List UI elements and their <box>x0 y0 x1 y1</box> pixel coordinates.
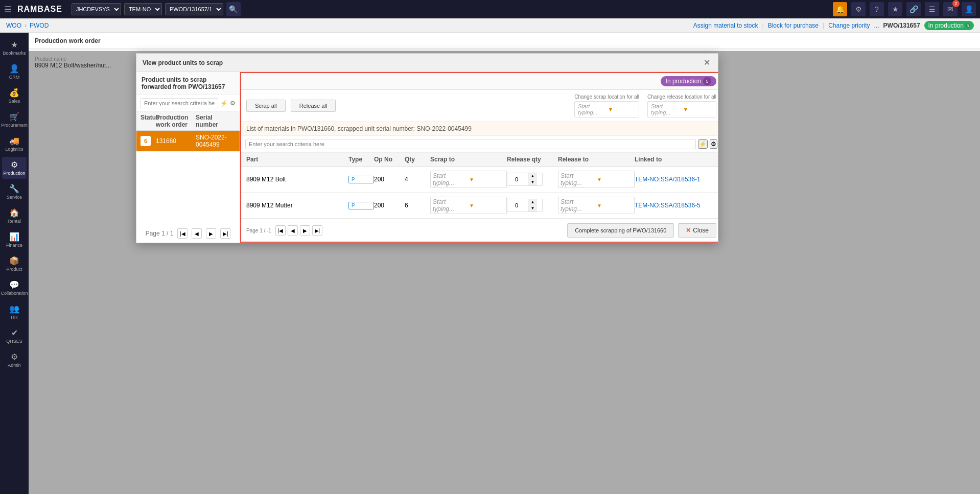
materials-filter-icon[interactable]: ⚡ <box>698 139 708 149</box>
release-to-arrow: ▼ <box>597 177 632 182</box>
materials-settings-icon[interactable]: ⚙ <box>710 139 717 149</box>
user-icon[interactable]: 👤 <box>962 2 976 16</box>
release-qty-control[interactable]: 0 ▲ ▼ <box>507 199 543 212</box>
complete-scrapping-button[interactable]: Complete scrapping of PWO/131660 <box>567 223 674 238</box>
right-status-count: 5 <box>703 77 711 85</box>
modal-body: Product units to scrap forwarded from PW… <box>136 72 718 243</box>
list-item[interactable]: 6 131660 SNO-2022-0045499 <box>136 131 240 152</box>
prev-page-btn[interactable]: ◀ <box>192 228 202 239</box>
footer-buttons: Complete scrapping of PWO/131660 ✕ Close <box>567 223 716 238</box>
qty-down[interactable]: ▼ <box>528 179 537 185</box>
document-selector[interactable]: PWOD/131657/1 <box>165 3 223 15</box>
table-row: 8909 M12 Bolt P 200 4 Start typing... ▼ … <box>241 167 718 193</box>
pwo-number: 131660 <box>156 137 196 145</box>
sidebar-item-sales[interactable]: 💰 Sales <box>2 85 27 107</box>
sidebar-item-rental[interactable]: 🏠 Rental <box>2 205 27 227</box>
alert-icon[interactable]: 🔔 <box>833 2 847 16</box>
release-to-select[interactable]: Start typing... ▼ <box>558 197 635 214</box>
release-location-select[interactable]: Start typing... ▼ <box>647 101 716 117</box>
sidebar-item-admin[interactable]: ⚙ Admin <box>2 349 27 371</box>
close-button[interactable]: ✕ Close <box>678 223 716 238</box>
sidebar-item-collaboration[interactable]: 💬 Collaboration <box>2 277 27 299</box>
sidebar-item-crm[interactable]: 👤 CRM <box>2 61 27 83</box>
materials-table: Part Type Op No Qty Scrap to Release qty… <box>241 153 718 219</box>
service-icon: 🔧 <box>9 184 19 194</box>
release-qty-input[interactable]: 0 <box>507 201 528 209</box>
linked-to[interactable]: TEM-NO:SSA/318536-5 <box>635 202 716 209</box>
modal-title: View product units to scrap <box>143 59 223 66</box>
first-page-btn[interactable]: |◀ <box>177 228 188 239</box>
release-all-button[interactable]: Release all <box>291 100 336 112</box>
breadcrumb-woo[interactable]: WOO <box>6 22 21 29</box>
sidebar-item-production[interactable]: ⚙ Production <box>2 157 27 179</box>
favorites-icon[interactable]: ★ <box>888 2 902 16</box>
scrap-to-placeholder: Start typing... <box>433 198 468 213</box>
modal-close-button[interactable]: ✕ <box>702 58 712 68</box>
linked-to[interactable]: TEM-NO:SSA/318536-1 <box>635 176 716 183</box>
materials-search-input[interactable] <box>245 139 696 149</box>
settings-icon[interactable]: ⚙ <box>230 100 236 107</box>
release-qty-control[interactable]: 0 ▲ ▼ <box>507 173 543 186</box>
release-location-arrow: ▼ <box>683 106 713 112</box>
search-icon[interactable]: 🔍 <box>226 2 241 16</box>
scrap-to-arrow: ▼ <box>469 177 504 182</box>
materials-table-header: Part Type Op No Qty Scrap to Release qty… <box>241 153 718 167</box>
sidebar-item-finance[interactable]: 📊 Finance <box>2 229 27 251</box>
change-priority-link[interactable]: Change priority <box>828 22 870 29</box>
assign-material-link[interactable]: Assign material to stock <box>693 22 758 29</box>
release-qty-input[interactable]: 0 <box>507 175 528 183</box>
crm-icon: 👤 <box>9 64 19 74</box>
right-next-page[interactable]: ▶ <box>300 225 310 236</box>
left-panel-footer: Page 1 / 1 |◀ ◀ ▶ ▶| <box>136 224 240 243</box>
scrap-to-select[interactable]: Start typing... ▼ <box>430 171 507 188</box>
breadcrumb-pwod[interactable]: PWOD <box>30 22 49 29</box>
messages-icon[interactable]: ✉ 2 <box>943 2 958 16</box>
right-first-page[interactable]: |◀ <box>275 225 286 236</box>
grid-icon[interactable]: ☰ <box>925 2 939 16</box>
scrap-to-select[interactable]: Start typing... ▼ <box>430 197 507 214</box>
table-row: 8909 M12 Mutter P 200 6 Start typing... … <box>241 193 718 219</box>
scrap-to-arrow: ▼ <box>469 203 504 208</box>
scrap-location-group: Change scrap location for all Start typi… <box>574 94 639 117</box>
link-icon[interactable]: 🔗 <box>906 2 921 16</box>
release-location-label: Change release location for all <box>647 94 716 100</box>
last-page-btn[interactable]: ▶| <box>220 228 230 239</box>
block-purchase-link[interactable]: Block for purchase <box>768 22 819 29</box>
left-search-bar: ⚡ ⚙ <box>136 95 240 112</box>
system-selector[interactable]: JHCDEVSYS <box>72 3 121 15</box>
sidebar-item-qhses[interactable]: ✔ QHSES <box>2 325 27 347</box>
sidebar-item-logistics[interactable]: 🚚 Logistics <box>2 133 27 155</box>
release-to-select[interactable]: Start typing... ▼ <box>558 171 635 188</box>
right-last-page[interactable]: ▶| <box>312 225 322 236</box>
filter-icon[interactable]: ⚡ <box>220 100 228 107</box>
sidebar-item-procurement[interactable]: 🛒 Procurement <box>2 109 27 131</box>
top-nav-right: 🔔 ⚙ ? ★ 🔗 ☰ ✉ 2 👤 <box>833 2 976 16</box>
right-panel-header: In production 5 <box>241 73 718 90</box>
sidebar-item-product[interactable]: 📦 Product <box>2 253 27 275</box>
sidebar-item-service[interactable]: 🔧 Service <box>2 181 27 203</box>
settings-icon[interactable]: ⚙ <box>851 2 866 16</box>
qty-arrows: ▲ ▼ <box>528 199 537 211</box>
qty-up[interactable]: ▲ <box>528 199 537 205</box>
next-page-btn[interactable]: ▶ <box>206 228 216 239</box>
qty-up[interactable]: ▲ <box>528 173 537 179</box>
sidebar: ★ Bookmarks 👤 CRM 💰 Sales 🛒 Procurement … <box>0 33 29 494</box>
scrap-location-select[interactable]: Start typing... ▼ <box>574 101 639 117</box>
sidebar-item-hr[interactable]: 👥 HR <box>2 301 27 323</box>
op-no: 200 <box>374 202 405 209</box>
op-no: 200 <box>374 176 405 183</box>
status-count: 5 <box>966 23 970 28</box>
qty-down[interactable]: ▼ <box>528 205 537 211</box>
scrap-all-button[interactable]: Scrap all <box>246 100 286 112</box>
sidebar-item-bookmarks[interactable]: ★ Bookmarks <box>2 37 27 59</box>
hamburger-menu[interactable]: ☰ <box>4 5 11 14</box>
serial-number: SNO-2022-0045499 <box>196 134 236 148</box>
status-number: 6 <box>141 136 151 146</box>
admin-icon: ⚙ <box>11 352 18 362</box>
right-prev-page[interactable]: ◀ <box>288 225 298 236</box>
help-icon[interactable]: ? <box>870 2 884 16</box>
company-selector[interactable]: TEM-NO <box>124 3 162 15</box>
bookmarks-icon: ★ <box>11 40 18 50</box>
more-actions[interactable]: ... <box>874 22 879 29</box>
left-search-input[interactable] <box>141 98 218 108</box>
